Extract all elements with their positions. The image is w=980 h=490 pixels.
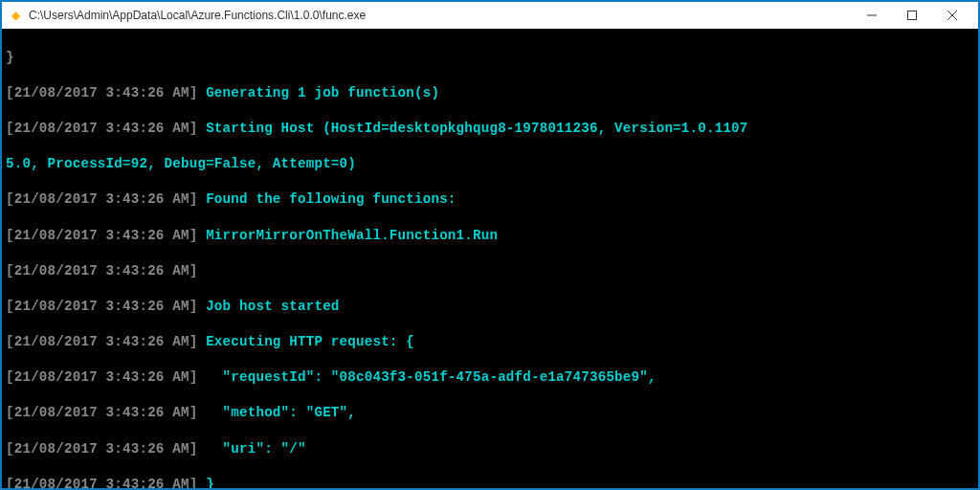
log-timestamp: [21/08/2017 3:43:26 AM] [6, 85, 206, 100]
log-line: } [6, 49, 974, 67]
log-line: [21/08/2017 3:43:26 AM] Starting Host (H… [6, 120, 974, 138]
log-line: [21/08/2017 3:43:26 AM] } [6, 476, 974, 490]
log-message: "requestId": "08c043f3-051f-475a-adfd-e1… [206, 369, 657, 385]
log-message: Starting Host (HostId=desktopkghqug8-197… [206, 121, 747, 136]
log-message: Executing HTTP request: { [206, 334, 414, 349]
minimize-icon [867, 11, 877, 20]
log-timestamp: [21/08/2017 3:43:26 AM] [6, 369, 206, 385]
maximize-icon [907, 11, 917, 20]
log-timestamp: [21/08/2017 3:43:26 AM] [6, 441, 206, 457]
log-line: [21/08/2017 3:43:26 AM] "uri": "/" [6, 440, 974, 458]
log-line: [21/08/2017 3:43:26 AM] MirrorMirrorOnTh… [6, 227, 974, 245]
close-icon [947, 11, 957, 20]
log-line: [21/08/2017 3:43:26 AM] Executing HTTP r… [6, 333, 974, 351]
log-timestamp: [21/08/2017 3:43:26 AM] [6, 405, 206, 420]
close-button[interactable] [932, 3, 972, 28]
log-message: 5.0, ProcessId=92, Debug=False, Attempt=… [6, 156, 356, 171]
log-line: [21/08/2017 3:43:26 AM] "method": "GET", [6, 404, 974, 422]
log-line: [21/08/2017 3:43:26 AM] Generating 1 job… [6, 84, 974, 102]
maximize-button[interactable] [892, 3, 932, 28]
window-title: C:\Users\Admin\AppData\Local\Azure.Funct… [29, 9, 852, 22]
log-brace: } [6, 50, 14, 65]
log-timestamp: [21/08/2017 3:43:26 AM] [6, 299, 206, 314]
app-icon: ◆ [8, 8, 23, 23]
log-line: [21/08/2017 3:43:26 AM] [6, 262, 974, 280]
log-line: [21/08/2017 3:43:26 AM] Found the follow… [6, 190, 974, 209]
minimize-button[interactable] [852, 3, 892, 28]
svg-rect-1 [908, 11, 917, 20]
log-message: "method": "GET", [206, 405, 356, 420]
window-titlebar: ◆ C:\Users\Admin\AppData\Local\Azure.Fun… [2, 2, 978, 29]
log-timestamp: [21/08/2017 3:43:26 AM] [6, 263, 206, 278]
log-message: "uri": "/" [206, 441, 306, 457]
log-brace: } [206, 477, 214, 490]
log-line: 5.0, ProcessId=92, Debug=False, Attempt=… [6, 155, 974, 173]
log-timestamp: [21/08/2017 3:43:26 AM] [6, 121, 206, 136]
log-message: MirrorMirrorOnTheWall.Function1.Run [206, 228, 498, 243]
log-message: Found the following functions: [206, 191, 456, 207]
log-message: Generating 1 job function(s) [206, 85, 439, 100]
terminal-output[interactable]: } [21/08/2017 3:43:26 AM] Generating 1 j… [2, 29, 978, 488]
log-timestamp: [21/08/2017 3:43:26 AM] [6, 477, 206, 490]
log-timestamp: [21/08/2017 3:43:26 AM] [6, 191, 206, 207]
log-line: [21/08/2017 3:43:26 AM] Job host started [6, 298, 974, 316]
log-timestamp: [21/08/2017 3:43:26 AM] [6, 334, 206, 349]
log-timestamp: [21/08/2017 3:43:26 AM] [6, 228, 206, 243]
log-message: Job host started [206, 299, 339, 314]
log-line: [21/08/2017 3:43:26 AM] "requestId": "08… [6, 368, 974, 387]
